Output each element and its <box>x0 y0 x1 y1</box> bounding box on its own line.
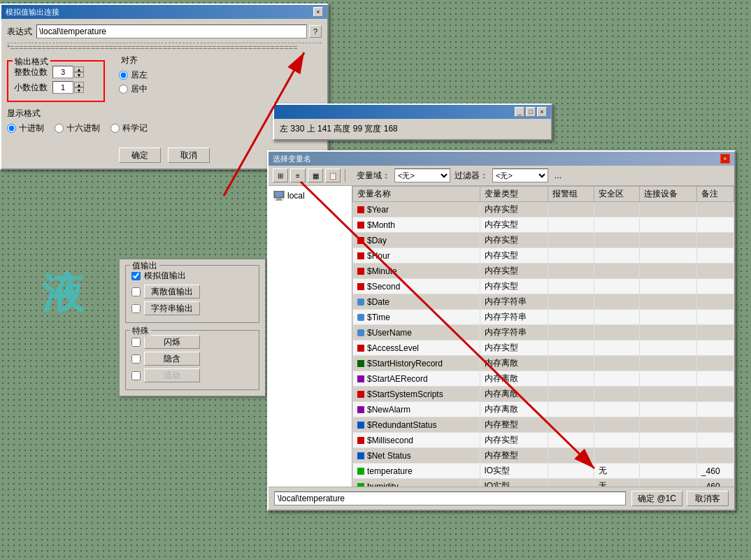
cell-alarm <box>548 479 594 487</box>
main-dialog-titlebar: 模拟值输出连接 × <box>1 5 327 19</box>
table-row[interactable]: $StartHistoryRecord内存离散 <box>353 356 734 371</box>
cell-note <box>696 417 734 433</box>
question-button[interactable]: ? <box>309 25 322 38</box>
cell-note <box>696 310 734 325</box>
table-row[interactable]: $Month内存实型 <box>353 217 734 233</box>
toolbar-icon-2[interactable]: ≡ <box>290 168 306 182</box>
expression-input[interactable] <box>36 24 307 38</box>
pos-max-button[interactable]: □ <box>526 107 536 117</box>
flow-button[interactable]: 流动 <box>144 368 200 382</box>
filter-more[interactable]: ... <box>555 171 562 180</box>
int-down-arrow[interactable]: ▼ <box>74 72 84 78</box>
cell-note <box>696 340 734 356</box>
cell-note <box>696 387 734 402</box>
toolbar-icon-1[interactable]: ⊞ <box>273 168 288 182</box>
cell-name: $Year <box>353 202 480 217</box>
col-device: 连接设备 <box>640 187 697 202</box>
position-text: 左 330 上 141 高度 99 宽度 168 <box>280 124 398 134</box>
string-row: 字符串输出 <box>131 301 253 315</box>
table-row[interactable]: $Day内存实型 <box>353 233 734 248</box>
filter-select[interactable]: <无> <box>492 168 548 182</box>
decimal-digits-input[interactable] <box>52 81 73 94</box>
main-dialog: 模拟值输出连接 × 表达式 ? *=======================… <box>0 3 329 170</box>
value-output-title: 值输出 <box>130 260 159 272</box>
close-button[interactable]: × <box>313 7 323 17</box>
cell-device <box>640 387 697 402</box>
align-left-radio[interactable] <box>119 71 128 80</box>
cell-alarm <box>548 310 594 325</box>
hide-checkbox[interactable] <box>131 354 141 364</box>
table-row[interactable]: $StartSystemScripts内存离散 <box>353 387 734 402</box>
table-row[interactable]: $Second内存实型 <box>353 279 734 294</box>
blink-button[interactable]: 闪烁 <box>144 335 200 349</box>
decimal-down-arrow[interactable]: ▼ <box>74 87 84 93</box>
toolbar-icon-4[interactable]: 📋 <box>325 168 341 182</box>
pos-min-button[interactable]: _ <box>515 107 524 117</box>
decimal-up-arrow[interactable]: ▲ <box>74 82 84 87</box>
cell-security <box>594 233 640 248</box>
cell-device <box>640 371 697 387</box>
cell-name: $Date <box>353 294 480 310</box>
table-row[interactable]: $Hour内存实型 <box>353 248 734 264</box>
var-cancel-button[interactable]: 取消客 <box>687 491 729 506</box>
col-alarm: 报警组 <box>548 187 594 202</box>
analog-checkbox[interactable] <box>131 271 141 280</box>
toolbar-icon-3[interactable]: ▦ <box>308 168 323 182</box>
domain-select[interactable]: <无> <box>394 168 450 182</box>
align-center-radio[interactable] <box>119 85 128 94</box>
cell-type: 内存实型 <box>480 248 548 264</box>
table-row[interactable]: humidityIO实型无_460 <box>353 479 734 487</box>
int-digits-input[interactable] <box>52 66 73 78</box>
main-cancel-button[interactable]: 取消 <box>168 148 210 163</box>
flow-checkbox[interactable] <box>131 371 141 380</box>
cell-security <box>594 202 640 217</box>
table-row[interactable]: $RedundantStatus内存整型 <box>353 417 734 433</box>
cell-alarm <box>548 371 594 387</box>
int-digits-arrows: ▲ ▼ <box>74 66 84 78</box>
main-ok-button[interactable]: 确定 <box>119 148 161 163</box>
cell-alarm <box>548 340 594 356</box>
table-row[interactable]: $Date内存字符串 <box>353 294 734 310</box>
string-checkbox[interactable] <box>131 304 141 313</box>
table-row[interactable]: $Net Status内存整型 <box>353 448 734 464</box>
var-path-input[interactable] <box>274 491 626 505</box>
table-row[interactable]: $Minute内存实型 <box>353 264 734 279</box>
cell-device <box>640 464 697 479</box>
table-row[interactable]: $UserName内存字符串 <box>353 325 734 340</box>
string-button[interactable]: 字符串输出 <box>144 301 200 315</box>
decimal-radio[interactable] <box>7 124 16 133</box>
decimal-format-row: 十进制 <box>7 122 44 134</box>
hex-radio[interactable] <box>55 124 64 133</box>
table-row[interactable]: $Time内存字符串 <box>353 310 734 325</box>
cell-note <box>696 279 734 294</box>
var-ok-button[interactable]: 确定 @1C <box>631 491 682 506</box>
cell-security: 无 <box>594 479 640 487</box>
table-row[interactable]: $Year内存实型 <box>353 202 734 217</box>
table-row[interactable]: $StartAERecord内存离散 <box>353 371 734 387</box>
table-row[interactable]: $AccessLevel内存实型 <box>353 340 734 356</box>
discrete-checkbox[interactable] <box>131 287 141 296</box>
hide-button[interactable]: 隐含 <box>144 352 200 366</box>
cell-device <box>640 202 697 217</box>
table-row[interactable]: $Millisecond内存实型 <box>353 433 734 448</box>
table-row[interactable]: temperatureIO实型无_460 <box>353 464 734 479</box>
var-table-scroll[interactable]: 变量名称 变量类型 报警组 安全区 连接设备 备注 $Year内存实型$Mont… <box>352 186 734 487</box>
pos-close-button[interactable]: × <box>537 107 547 117</box>
output-format-title: 输出格式 <box>13 56 50 68</box>
var-tree: local <box>269 186 352 487</box>
tree-item-local[interactable]: local <box>271 189 349 203</box>
var-select-close[interactable]: × <box>720 154 730 164</box>
scientific-radio[interactable] <box>110 124 120 133</box>
blink-checkbox[interactable] <box>131 338 141 347</box>
table-row[interactable]: $NewAlarm内存离散 <box>353 402 734 417</box>
scientific-label: 科学记 <box>122 122 148 134</box>
cell-device <box>640 279 697 294</box>
var-table-header: 变量名称 变量类型 报警组 安全区 连接设备 备注 <box>353 187 734 202</box>
cell-security <box>594 402 640 417</box>
var-footer: 确定 @1C 取消客 <box>269 487 734 510</box>
discrete-button[interactable]: 离散值输出 <box>144 285 200 299</box>
var-select-title: 选择变量名 <box>273 154 311 164</box>
cell-device <box>640 233 697 248</box>
int-up-arrow[interactable]: ▲ <box>74 66 84 72</box>
flow-row: 流动 <box>131 368 253 382</box>
